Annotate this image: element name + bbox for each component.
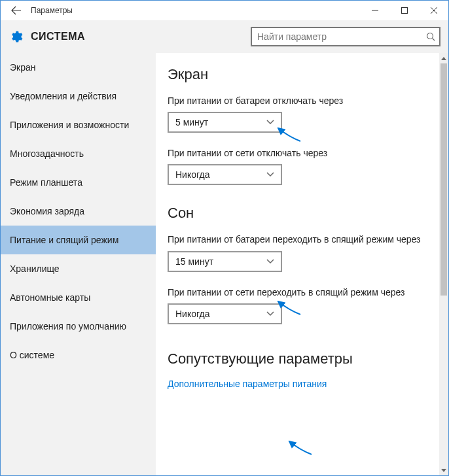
sleep-ac-dropdown[interactable]: Никогда bbox=[168, 303, 282, 324]
scroll-up-button[interactable] bbox=[439, 53, 448, 63]
sleep-section-title: Сон bbox=[168, 205, 437, 222]
gear-icon bbox=[9, 29, 23, 44]
maximize-icon bbox=[401, 7, 408, 14]
window-controls bbox=[360, 1, 448, 20]
screen-ac-label: При питании от сети отключать через bbox=[168, 147, 437, 159]
sidebar-item-8[interactable]: Автономные карты bbox=[1, 283, 156, 312]
scrollbar-thumb[interactable] bbox=[440, 63, 447, 296]
screen-battery-label: При питании от батареи отключать через bbox=[168, 95, 437, 107]
sidebar-item-10[interactable]: О системе bbox=[1, 341, 156, 369]
sidebar-item-7[interactable]: Хранилище bbox=[1, 254, 156, 283]
sidebar-item-5[interactable]: Экономия заряда bbox=[1, 197, 156, 226]
dropdown-value: 15 минут bbox=[175, 256, 213, 267]
close-button[interactable] bbox=[419, 1, 448, 20]
titlebar: Параметры bbox=[1, 1, 448, 20]
chevron-down-icon bbox=[266, 311, 274, 316]
sidebar-item-2[interactable]: Приложения и возможности bbox=[1, 110, 156, 139]
screen-ac-dropdown[interactable]: Никогда bbox=[168, 164, 282, 185]
sidebar-item-0[interactable]: Экран bbox=[1, 53, 156, 82]
window-title: Параметры bbox=[31, 6, 73, 15]
additional-power-settings-link[interactable]: Дополнительные параметры питания bbox=[168, 379, 327, 389]
sidebar-item-9[interactable]: Приложения по умолчанию bbox=[1, 312, 156, 341]
arrow-left-icon bbox=[11, 5, 22, 16]
related-section-title: Сопутствующие параметры bbox=[168, 350, 437, 367]
chevron-down-icon bbox=[266, 172, 274, 177]
scroll-down-button[interactable] bbox=[439, 465, 448, 475]
chevron-down-icon bbox=[266, 259, 274, 264]
header: СИСТЕМА bbox=[1, 20, 448, 53]
sleep-battery-label: При питании от батареи переходить в спящ… bbox=[168, 233, 437, 245]
scrollbar[interactable] bbox=[439, 53, 448, 475]
sidebar-item-4[interactable]: Режим планшета bbox=[1, 168, 156, 197]
dropdown-value: Никогда bbox=[175, 169, 209, 180]
screen-section-title: Экран bbox=[168, 66, 437, 83]
search-container bbox=[251, 27, 440, 46]
chevron-down-icon bbox=[266, 120, 274, 125]
dropdown-value: 5 минут bbox=[175, 117, 208, 128]
sleep-battery-dropdown[interactable]: 15 минут bbox=[168, 251, 282, 272]
sleep-ac-label: При питании от сети переходить в спящий … bbox=[168, 286, 437, 298]
chevron-up-icon bbox=[441, 57, 446, 60]
maximize-button[interactable] bbox=[389, 1, 419, 20]
screen-battery-dropdown[interactable]: 5 минут bbox=[168, 112, 282, 133]
sidebar-item-6[interactable]: Питание и спящий режим bbox=[1, 226, 156, 254]
minimize-icon bbox=[372, 7, 378, 14]
svg-rect-1 bbox=[401, 8, 407, 14]
search-input[interactable] bbox=[251, 27, 440, 46]
close-icon bbox=[431, 7, 437, 14]
sidebar-item-1[interactable]: Уведомления и действия bbox=[1, 82, 156, 110]
chevron-down-icon bbox=[441, 469, 446, 472]
section-header-title: СИСТЕМА bbox=[31, 31, 85, 42]
content-area: Экран При питании от батареи отключать ч… bbox=[156, 53, 448, 475]
sidebar-item-3[interactable]: Многозадачность bbox=[1, 139, 156, 168]
minimize-button[interactable] bbox=[360, 1, 389, 20]
sidebar: ЭкранУведомления и действияПриложения и … bbox=[1, 53, 156, 475]
back-button[interactable] bbox=[9, 3, 24, 18]
dropdown-value: Никогда bbox=[175, 309, 209, 319]
annotation-arrow-icon bbox=[287, 440, 313, 456]
